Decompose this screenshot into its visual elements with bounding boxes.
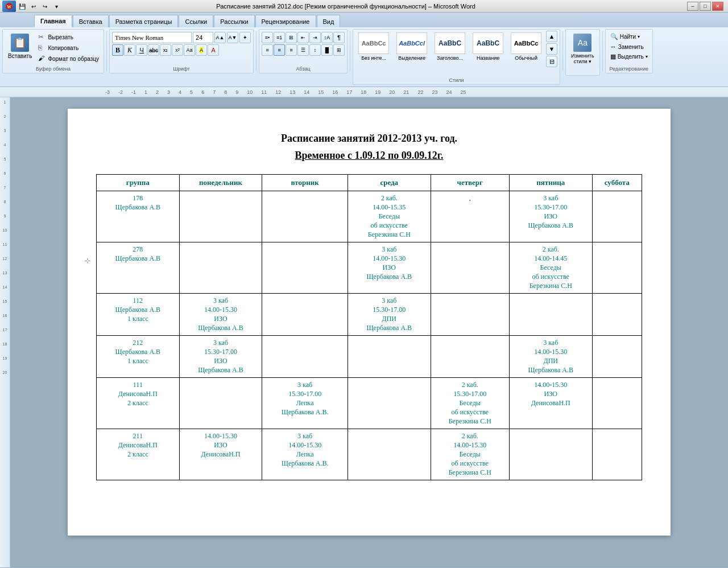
cell-178-thursday: . (431, 191, 509, 242)
divider-3 (350, 31, 350, 71)
divider-1 (106, 31, 107, 71)
ribbon-content: 📋 Вставить Вырезать Копировать Формат по (0, 27, 728, 87)
cell-group-212: 212 Щербакова А.В 1 класс (97, 336, 180, 378)
styles-more-button[interactable]: ⊟ (546, 56, 557, 67)
shading-button[interactable]: █ (321, 44, 333, 56)
increase-font-button[interactable]: A▲ (214, 32, 226, 43)
cell-211-friday (509, 429, 592, 480)
styles-down-button[interactable]: ▼ (546, 43, 557, 55)
justify-button[interactable]: ☰ (297, 44, 309, 56)
style-heading1[interactable]: AaBbC Заголово... (432, 31, 468, 75)
tab-home[interactable]: Главная (34, 15, 72, 27)
divider-4 (562, 31, 563, 71)
paragraph-group: ≡• ≡1 ⊞ ⇤ ⇥ ↕A ¶ ≡ ≡ ≡ ☰ ↕ █ ⊞ (259, 29, 348, 73)
styles-up-button[interactable]: ▲ (546, 31, 557, 42)
cell-group-178: 178 Щербакова А.В (97, 191, 180, 242)
cell-111-friday: 14.00-15.30 ИЗО ДенисоваН.П (509, 378, 592, 429)
text-highlight-button[interactable]: А (196, 44, 207, 56)
copy-button[interactable]: Копировать (36, 43, 101, 53)
undo-qa-button[interactable]: ↩ (28, 1, 39, 11)
customize-qa-button[interactable]: ▾ (51, 1, 61, 11)
document-area[interactable]: ⊹ Расписание занятий 2012-2013 уч. год. … (10, 97, 728, 567)
header-group: группа (97, 175, 180, 191)
underline-button[interactable]: Ч (136, 44, 147, 56)
align-center-button[interactable]: ≡ (274, 44, 285, 56)
replace-button[interactable]: ↔ Заменить (608, 42, 646, 51)
show-marks-button[interactable]: ¶ (333, 32, 345, 43)
superscript-button[interactable]: x² (172, 44, 183, 56)
cell-211-saturday (592, 429, 642, 480)
borders-button[interactable]: ⊞ (333, 44, 345, 56)
cell-178-wednesday: 2 каб. 14.00-15.35 Беседы об искусстве Б… (348, 191, 431, 242)
paragraph-label: Абзац (259, 66, 347, 72)
bullets-button[interactable]: ≡• (262, 32, 273, 43)
change-styles-group: Аа Изменитьстили ▾ (565, 29, 600, 76)
find-button[interactable]: 🔍 Найти ▾ (608, 32, 643, 42)
decrease-font-button[interactable]: A▼ (227, 32, 238, 43)
maximize-button[interactable]: □ (700, 2, 711, 11)
table-row: 278 Щербакова А.В 3 каб 14.00-15.30 ИЗО (97, 242, 642, 294)
quick-access-toolbar[interactable]: W 💾 ↩ ↪ ▾ (0, 0, 61, 13)
tab-review[interactable]: Рецензирование (255, 15, 316, 27)
multilevel-button[interactable]: ⊞ (286, 32, 297, 43)
numbering-button[interactable]: ≡1 (274, 32, 285, 43)
style-heading1-preview: AaBbC (435, 32, 465, 54)
style-default[interactable]: AaBbCc Обычный (508, 31, 544, 75)
main-area: 1 2 3 4 5 6 7 8 9 10 11 12 13 14 15 16 1… (0, 97, 728, 567)
strikethrough-button[interactable]: abc (148, 44, 159, 56)
case-button[interactable]: Аа (184, 44, 195, 56)
close-button[interactable]: ✕ (712, 2, 723, 11)
tab-insert[interactable]: Вставка (73, 15, 109, 27)
cell-112-monday: 3 каб 14.00-15.30 ИЗО Щербакова А.В (179, 294, 262, 336)
style-title-label: Название (477, 55, 499, 61)
format-painter-button[interactable]: Формат по образцу (36, 53, 101, 64)
tab-view[interactable]: Вид (317, 15, 341, 27)
style-normal[interactable]: AaBbCc Без инте... (355, 31, 392, 75)
style-highlight[interactable]: AaBbCcI Выделение (394, 31, 430, 75)
table-move-indicator[interactable]: ⊹ (85, 257, 90, 265)
align-right-button[interactable]: ≡ (286, 44, 297, 56)
align-left-button[interactable]: ≡ (262, 44, 273, 56)
subscript-button[interactable]: x₂ (160, 44, 171, 56)
cell-211-monday: 14.00-15.30 ИЗО ДенисоваН.П (179, 429, 262, 480)
style-title[interactable]: AaBbC Название (470, 31, 506, 75)
paste-button[interactable]: 📋 Вставить (5, 32, 35, 61)
font-size-dropdown[interactable]: 24 (193, 32, 213, 43)
header-tuesday: вторник (262, 175, 348, 191)
bold-button[interactable] (112, 44, 123, 56)
text-color-button[interactable]: А (208, 44, 219, 56)
table-row: 212 Щербакова А.В 1 класс 3 каб 15.30-17… (97, 336, 642, 378)
font-name-dropdown[interactable]: Times New Roman (112, 32, 192, 43)
sort-button[interactable]: ↕A (321, 32, 333, 43)
decrease-indent-button[interactable]: ⇤ (297, 32, 309, 43)
paste-icon: 📋 (11, 34, 29, 52)
header-saturday: суббота (592, 175, 642, 191)
select-button[interactable]: ▦ Выделить ▾ (608, 52, 650, 61)
italic-button[interactable] (124, 44, 135, 56)
clear-format-button[interactable]: ✦ (239, 32, 251, 43)
tab-page-layout[interactable]: Разметка страницы (109, 15, 179, 27)
svg-text:W: W (7, 5, 11, 10)
style-default-preview: AaBbCc (511, 32, 541, 54)
save-qa-button[interactable]: 💾 (17, 1, 27, 11)
cell-211-thursday: 2 каб. 14.00-15.30 Беседы об искусстве Б… (431, 429, 509, 480)
change-styles-icon: Аа (573, 34, 592, 52)
office-button[interactable]: W (2, 1, 16, 12)
header-monday: понедельник (179, 175, 262, 191)
cell-278-thursday (431, 242, 509, 294)
editing-group: 🔍 Найти ▾ ↔ Заменить ▦ Выделить ▾ Редакт… (605, 29, 653, 73)
cell-212-friday: 3 каб 14.00-15.30 ДПИ Щербакова А.В (509, 336, 592, 378)
change-styles-button[interactable]: Аа Изменитьстили ▾ (568, 32, 597, 66)
cut-button[interactable]: Вырезать (36, 32, 101, 42)
tab-mailings[interactable]: Рассылки (214, 15, 254, 27)
redo-qa-button[interactable]: ↪ (40, 1, 50, 11)
style-default-label: Обычный (515, 55, 537, 61)
cell-111-saturday (592, 378, 642, 429)
minimize-button[interactable]: – (687, 2, 698, 11)
increase-indent-button[interactable]: ⇥ (309, 32, 321, 43)
styles-group: AaBbCc Без инте... AaBbCcI Выделение AaB… (353, 29, 560, 85)
line-spacing-button[interactable]: ↕ (309, 44, 321, 56)
cell-211-tuesday: 3 каб 14.00-15.30 Лепка Щербакова А.В. (262, 429, 348, 480)
tab-references[interactable]: Ссылки (179, 15, 213, 27)
cell-112-thursday (431, 294, 509, 336)
